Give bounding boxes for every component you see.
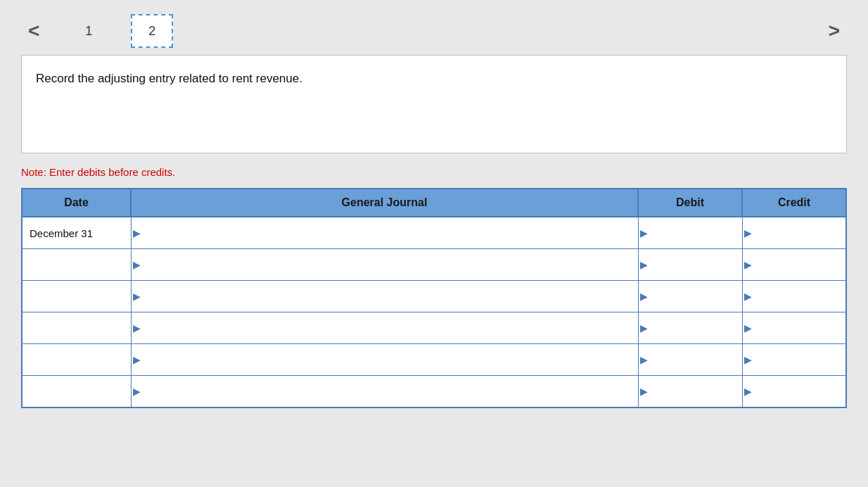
credit-input-4[interactable] [755,344,846,375]
journal-cell-3[interactable]: ▶ [131,312,638,344]
arrow-icon: ▶ [744,354,752,365]
arrow-icon: ▶ [133,259,141,270]
debit-input-1[interactable] [651,249,742,280]
navigation: < 1 2 > [21,14,847,48]
credit-cell-0[interactable]: ▶ [742,217,846,249]
arrow-icon: ▶ [133,291,141,302]
arrow-icon: ▶ [640,227,648,239]
debit-input-5[interactable] [651,376,742,407]
arrow-icon: ▶ [744,322,752,334]
arrow-icon: ▶ [640,354,648,365]
header-general-journal: General Journal [131,189,638,217]
question-box: Record the adjusting entry related to re… [21,55,847,153]
arrow-icon: ▶ [133,322,141,334]
credit-cell-3[interactable]: ▶ [742,312,846,344]
date-cell-2 [22,281,131,312]
arrow-icon: ▶ [640,386,648,397]
credit-cell-5[interactable]: ▶ [742,376,846,408]
credit-input-3[interactable] [755,312,846,343]
arrow-icon: ▶ [133,227,141,239]
credit-input-1[interactable] [755,249,846,280]
arrow-icon: ▶ [640,291,648,302]
date-cell-1 [22,249,131,281]
arrow-icon: ▶ [744,291,752,302]
journal-input-4[interactable] [143,344,638,375]
date-cell-4 [22,344,131,376]
header-debit: Debit [638,189,742,217]
credit-cell-2[interactable]: ▶ [742,281,846,312]
nav-left-arrow[interactable]: < [21,20,46,42]
arrow-icon: ▶ [744,227,752,239]
table-row: ▶▶▶ [22,281,846,312]
table-row: ▶▶▶ [22,249,846,281]
journal-cell-5[interactable]: ▶ [131,376,638,408]
table-row: ▶▶▶ [22,344,846,376]
journal-table: Date General Journal Debit Credit Decemb… [21,188,847,408]
header-date: Date [22,189,131,217]
date-cell-0: December 31 [22,217,131,249]
debit-input-4[interactable] [651,344,742,375]
table-header-row: Date General Journal Debit Credit [22,189,846,217]
arrow-icon: ▶ [133,354,141,365]
debit-cell-2[interactable]: ▶ [638,281,742,312]
credit-input-0[interactable] [755,217,846,248]
arrow-icon: ▶ [744,259,752,270]
tab-2[interactable]: 2 [131,14,173,48]
journal-cell-4[interactable]: ▶ [131,344,638,376]
arrow-icon: ▶ [640,322,648,334]
debit-input-0[interactable] [651,217,742,248]
date-cell-5 [22,376,131,408]
tab-1[interactable]: 1 [68,14,110,48]
journal-cell-0[interactable]: ▶ [131,217,638,249]
debit-cell-0[interactable]: ▶ [638,217,742,249]
debit-cell-4[interactable]: ▶ [638,344,742,376]
journal-input-0[interactable] [143,217,638,248]
debit-cell-1[interactable]: ▶ [638,249,742,281]
note-text: Note: Enter debits before credits. [21,166,847,178]
journal-cell-1[interactable]: ▶ [131,249,638,281]
journal-input-5[interactable] [143,376,638,407]
table-row: ▶▶▶ [22,376,846,408]
credit-cell-1[interactable]: ▶ [742,249,846,281]
nav-right-arrow[interactable]: > [822,20,847,42]
header-credit: Credit [742,189,846,217]
journal-cell-2[interactable]: ▶ [131,281,638,312]
credit-input-2[interactable] [755,281,846,312]
journal-input-3[interactable] [143,312,638,343]
arrow-icon: ▶ [640,259,648,270]
debit-input-3[interactable] [651,312,742,343]
table-row: December 31▶▶▶ [22,217,846,249]
arrow-icon: ▶ [744,386,752,397]
debit-cell-5[interactable]: ▶ [638,376,742,408]
journal-input-1[interactable] [143,249,638,280]
credit-cell-4[interactable]: ▶ [742,344,846,376]
arrow-icon: ▶ [133,386,141,397]
journal-input-2[interactable] [143,281,638,312]
credit-input-5[interactable] [755,376,846,407]
debit-input-2[interactable] [651,281,742,312]
date-cell-3 [22,312,131,344]
question-text: Record the adjusting entry related to re… [36,70,832,88]
table-row: ▶▶▶ [22,312,846,344]
debit-cell-3[interactable]: ▶ [638,312,742,344]
